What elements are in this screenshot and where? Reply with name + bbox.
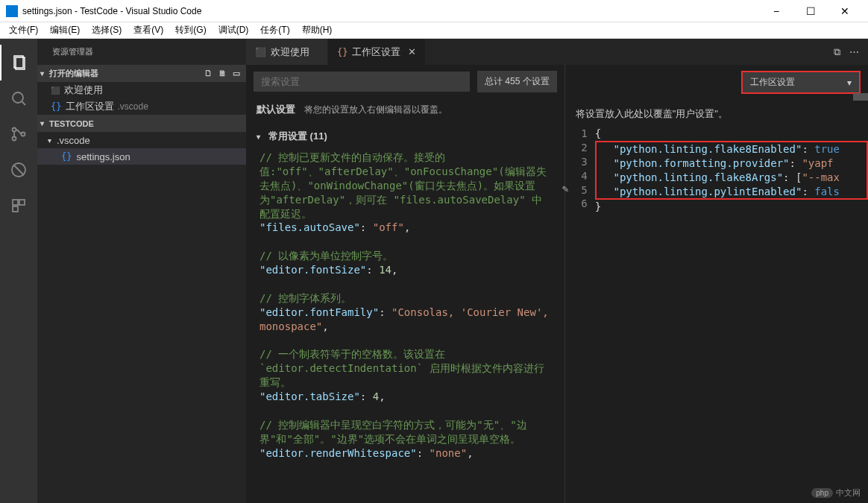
settings-search-row: 总计 455 个设置 [246,65,564,98]
menu-file[interactable]: 文件(F) [3,22,44,38]
common-settings-group-label: 常用设置 (11) [268,130,327,143]
chevron-down-icon: ▾ [40,69,49,77]
editor-tab-actions: ⧉ ⋯ [825,39,868,65]
php-badge: php [811,488,833,498]
window-titlebar: settings.json - TestCode - Visual Studio… [0,0,868,22]
workspace-settings-pane: 工作区设置 ▾ 将设置放入此处以覆盖"用户设置"。 ✎ 123456 { "py… [565,65,868,503]
save-all-icon[interactable]: 🗎 [218,69,227,78]
svg-rect-10 [19,200,25,205]
tab-welcome-label: 欢迎使用 [271,45,309,59]
editor-area: ⬛ 欢迎使用 {} 工作区设置 ✕ ⧉ ⋯ 总计 455 个设置 默 [246,39,868,503]
default-settings-pane: 总计 455 个设置 默认设置 将您的设置放入右侧编辑器以覆盖。 ▾ 常用设置 … [246,65,565,503]
settings-scope-label: 工作区设置 [750,76,795,89]
menu-debug[interactable]: 调试(D) [213,22,255,38]
main-container: 资源管理器 ▾ 打开的编辑器 🗋 🗎 ▭ 欢迎使用 工作区设置 .vscode … [0,39,868,503]
split-editor-icon[interactable]: ⧉ [834,46,840,58]
folder-vscode[interactable]: ▾ .vscode [37,132,246,148]
new-file-icon[interactable]: 🗋 [204,69,213,78]
open-editor-settings[interactable]: 工作区设置 .vscode [37,98,246,115]
scope-row: 工作区设置 ▾ [565,65,868,100]
chevron-down-icon: ▾ [847,77,852,88]
default-settings-label: 默认设置 [257,103,295,116]
window-title: settings.json - TestCode - Visual Studio… [22,6,759,16]
svg-line-3 [22,101,25,105]
close-icon[interactable]: ✕ [408,46,416,57]
section-project-label: TESTCODE [49,119,94,128]
window-maximize-button[interactable]: ☐ [793,0,828,22]
settings-count: 总计 455 个设置 [477,71,557,92]
window-controls: − ☐ ✕ [759,0,862,22]
default-settings-content[interactable]: // 控制已更新文件的自动保存。接受的值:"off"、"afterDelay"、… [246,148,564,477]
window-minimize-button[interactable]: − [759,0,793,22]
menu-view[interactable]: 查看(V) [128,22,169,38]
settings-scope-dropdown[interactable]: 工作区设置 ▾ [741,71,861,94]
minimap-indicator [853,93,868,101]
editor-tabs: ⬛ 欢迎使用 {} 工作区设置 ✕ ⧉ ⋯ [246,39,868,65]
settings-body: 总计 455 个设置 默认设置 将您的设置放入右侧编辑器以覆盖。 ▾ 常用设置 … [246,65,868,503]
open-editors-actions: 🗋 🗎 ▭ [204,69,243,78]
svg-rect-11 [13,206,18,212]
menu-edit[interactable]: 编辑(E) [44,22,86,38]
activity-search-icon[interactable] [0,80,37,116]
open-editor-settings-label: 工作区设置 [66,100,114,113]
default-settings-desc: 将您的设置放入右侧编辑器以覆盖。 [304,104,447,116]
activity-explorer-icon[interactable] [0,45,37,80]
open-editor-welcome[interactable]: 欢迎使用 [37,82,246,98]
chevron-down-icon: ▾ [257,133,265,141]
settings-search-input[interactable] [254,72,470,92]
watermark-text: 中文网 [836,487,861,499]
section-open-editors-label: 打开的编辑器 [49,68,98,79]
vscode-app-icon [6,5,18,17]
svg-point-5 [13,137,16,141]
open-editor-settings-dim: .vscode [117,101,148,112]
open-editor-welcome-label: 欢迎使用 [64,83,103,97]
svg-point-2 [13,92,23,103]
workspace-settings-code[interactable]: { "python.linting.flake8Enabled": true "… [595,124,868,217]
sidebar-explorer: 资源管理器 ▾ 打开的编辑器 🗋 🗎 ▭ 欢迎使用 工作区设置 .vscode … [37,39,246,503]
common-settings-group[interactable]: ▾ 常用设置 (11) [246,121,564,148]
file-settings-json-label: settings.json [76,151,130,162]
workspace-settings-header: 将设置放入此处以覆盖"用户设置"。 [565,100,868,124]
file-settings-json[interactable]: settings.json [37,148,246,165]
menubar: 文件(F) 编辑(E) 选择(S) 查看(V) 转到(G) 调试(D) 任务(T… [0,22,868,39]
pencil-icon[interactable]: ✎ [562,182,568,196]
activity-scm-icon[interactable] [0,116,37,152]
vscode-tab-icon: ⬛ [255,47,266,57]
section-open-editors[interactable]: ▾ 打开的编辑器 🗋 🗎 ▭ [37,65,246,82]
svg-point-6 [22,133,25,136]
menu-go[interactable]: 转到(G) [169,22,212,38]
watermark: php 中文网 [811,487,861,499]
chevron-down-icon: ▾ [48,136,57,145]
menu-tasks[interactable]: 任务(T) [254,22,295,38]
json-tab-icon: {} [337,47,347,57]
chevron-down-icon: ▾ [40,119,49,127]
folder-vscode-label: .vscode [57,135,90,146]
window-close-button[interactable]: ✕ [828,0,862,22]
activity-bar [0,39,37,503]
svg-line-8 [13,165,24,175]
line-number-gutter: 123456 [565,124,595,217]
svg-point-4 [13,128,16,132]
menu-help[interactable]: 帮助(H) [296,22,339,38]
activity-debug-icon[interactable] [0,152,37,188]
workspace-settings-editor[interactable]: ✎ 123456 { "python.linting.flake8Enabled… [565,124,868,217]
section-project[interactable]: ▾ TESTCODE [37,115,246,132]
tab-welcome[interactable]: ⬛ 欢迎使用 [246,39,328,65]
tab-workspace-settings[interactable]: {} 工作区设置 ✕ [328,39,426,65]
tab-workspace-settings-label: 工作区设置 [352,45,400,59]
close-all-icon[interactable]: ▭ [233,69,240,78]
svg-rect-9 [13,200,18,205]
activity-extensions-icon[interactable] [0,188,37,224]
sidebar-title: 资源管理器 [37,39,246,65]
menu-selection[interactable]: 选择(S) [86,22,128,38]
more-actions-icon[interactable]: ⋯ [849,46,859,57]
default-settings-header: 默认设置 将您的设置放入右侧编辑器以覆盖。 [246,98,564,121]
